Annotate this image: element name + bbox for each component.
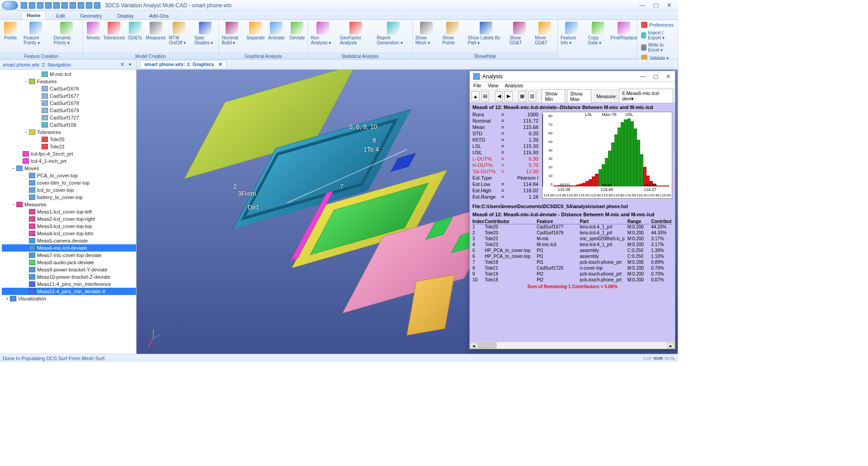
scroll-thumb[interactable] — [478, 342, 496, 348]
ribbon-btn[interactable]: Move GD&T — [532, 20, 557, 45]
ribbon-tab-add-ons[interactable]: Add-Ons — [145, 12, 173, 19]
analysis-minimize[interactable]: — — [640, 73, 646, 80]
ribbon-btn[interactable]: Measures — [146, 20, 166, 40]
contrib-row[interactable]: 2Tole20CadSurf1679lens-lcd-4_1_prtM:0.20… — [472, 230, 672, 236]
quick-icon[interactable] — [70, 2, 76, 9]
tree-item[interactable]: CadSurf1676 — [2, 85, 136, 92]
prev-measure-button[interactable]: ◀ — [495, 91, 503, 101]
quick-icon[interactable] — [78, 2, 84, 9]
tree-item[interactable]: −Moves — [2, 165, 136, 172]
ribbon-tab-display[interactable]: Display — [113, 12, 138, 19]
analysis-menu-analysis[interactable]: Analysis — [505, 83, 523, 89]
ribbon-btn[interactable]: GD&Ts — [125, 20, 146, 40]
quick-icon[interactable] — [94, 2, 100, 9]
ribbon-tab-home[interactable]: Home — [22, 11, 46, 19]
ribbon-tab-geometry[interactable]: Geometry — [76, 12, 107, 19]
ribbon-btn[interactable]: Show Mesh ▾ — [413, 20, 440, 45]
ribbon-btn[interactable]: Dynamic Points ▾ — [51, 20, 82, 45]
contrib-row[interactable]: 10Tole18Pt2pcb-touch-phone_prtM:0.2000.0… — [472, 277, 672, 283]
tree-item[interactable]: Meas5-camera-deviate — [2, 237, 136, 244]
analysis-close[interactable]: ✕ — [665, 73, 671, 80]
contrib-row[interactable]: 4Tole23M-mic-lcdlens-lcd-4_1_prtM:0.2003… — [472, 242, 672, 248]
opts-icon-1[interactable]: ▦ — [519, 91, 527, 101]
show-max-button[interactable]: Show Max — [567, 89, 591, 104]
tree-item[interactable]: CadSurf1677 — [2, 92, 136, 100]
quick-icon[interactable] — [45, 2, 52, 9]
tree-item[interactable]: Meas12-4_pins_min_deviate-X — [2, 288, 136, 295]
tree-item[interactable]: Meas1-lcd_cover-top-left — [2, 208, 136, 215]
quick-icon[interactable] — [21, 2, 27, 9]
maximize-button[interactable]: ▢ — [653, 2, 659, 9]
tree-item[interactable]: Meas6-mic-lcd-deviate — [2, 244, 136, 252]
contrib-row[interactable]: 7Tole19Pt1pcb-touch-phone_prtM:0.2000.89… — [472, 260, 672, 266]
tree-item[interactable]: CadSurf1727 — [2, 114, 136, 121]
tree-item[interactable]: +Visualization — [2, 295, 136, 302]
ribbon-btn[interactable]: Find/Replace — [610, 20, 637, 40]
analysis-hscroll[interactable]: ◂ ▸ — [470, 342, 675, 349]
tree-item[interactable]: lcd-4_1-inch_prt — [2, 157, 136, 165]
app-menu-orb[interactable] — [2, 1, 18, 10]
nav-panel-dropdown[interactable]: ▾ — [127, 62, 133, 67]
tree-item[interactable]: Tole23 — [2, 143, 136, 150]
ribbon-btn[interactable]: MTM On/Off ▾ — [166, 20, 192, 45]
analysis-menu-view[interactable]: View — [488, 83, 499, 89]
ribbon-btn[interactable]: Feature Points ▾ — [21, 20, 51, 45]
navigation-tree[interactable]: M-mic-lcd−FeaturesCadSurf1676CadSurf1677… — [0, 70, 136, 354]
ribbon-btn[interactable]: Write to Excel ▾ — [639, 42, 676, 53]
tree-item[interactable]: −Measures — [2, 201, 136, 208]
ribbon-btn[interactable]: Import / Export ▾ — [639, 29, 676, 41]
tree-item[interactable]: CadSurf109 — [2, 121, 136, 128]
tree-item[interactable]: Meas8-audio-jack-deviate — [2, 259, 136, 266]
analysis-titlebar[interactable]: Analysis — ▢ ✕ — [470, 71, 675, 82]
tree-item[interactable]: CadSurf1679 — [2, 107, 136, 114]
quick-icon[interactable] — [53, 2, 60, 9]
contrib-row[interactable]: 6HP_PCA_to_cover-topPt1assemblyC:0.2501.… — [472, 254, 672, 260]
ribbon-btn[interactable]: Show GD&T — [507, 20, 532, 45]
tree-item[interactable]: −Features — [2, 78, 136, 85]
ribbon-btn[interactable]: Spec Studies ▾ — [192, 20, 218, 45]
contrib-row[interactable]: 1Tole20CadSurf1677lens-lcd-4_1_prtM:0.20… — [472, 224, 672, 230]
contrib-row[interactable]: 5HP_PCA_to_cover-topPt1assemblyC:0.2501.… — [472, 248, 672, 254]
ribbon-btn[interactable]: Separate — [245, 20, 266, 40]
tree-item[interactable]: lcd_to_cover-top — [2, 186, 136, 194]
ribbon-tab-edit[interactable]: Edit — [52, 12, 70, 19]
ribbon-btn[interactable]: Moves — [83, 20, 104, 40]
ribbon-btn[interactable]: Nominal Build ▾ — [219, 20, 245, 45]
hist-icon[interactable]: ▲ — [472, 91, 480, 101]
tree-item[interactable]: M-mic-lcd — [2, 71, 136, 78]
ribbon-btn[interactable]: Feature Info ▾ — [558, 20, 585, 45]
ribbon-btn[interactable]: Points — [0, 20, 21, 40]
graphics-tab-close[interactable]: ✕ — [218, 62, 222, 67]
bar-icon[interactable]: ▤ — [481, 91, 490, 101]
tree-item[interactable]: CadSurf1678 — [2, 100, 136, 107]
axis-triad[interactable] — [145, 329, 163, 347]
graphics-tab[interactable]: smart phone.wtx: 1: Graphics ✕ — [140, 60, 226, 69]
tree-item[interactable]: Meas10-power-bracket-Z-deviate — [2, 273, 136, 281]
opts-icon-2[interactable]: ▥ — [528, 91, 536, 101]
contrib-row[interactable]: 3Tole22M-micmic_spm0208he5-b_pM:0.2003.1… — [472, 236, 672, 242]
contrib-row[interactable]: 9Tole19Pt2pcb-touch-phone_prtM:0.2000.70… — [472, 271, 672, 277]
close-button[interactable]: ✕ — [667, 2, 672, 9]
tree-item[interactable]: cover-btm_to_cover-top — [2, 179, 136, 186]
ribbon-btn[interactable]: Tolerances — [104, 20, 124, 40]
tree-item[interactable]: −Tolerances — [2, 128, 136, 136]
quick-icon[interactable] — [29, 2, 35, 9]
scroll-right[interactable]: ▸ — [667, 342, 675, 348]
measure-select[interactable]: 6 Meas6-mic-lcd-devi▾ — [619, 89, 673, 104]
analysis-maximize[interactable]: ▢ — [652, 73, 659, 80]
tree-item[interactable]: Meas3-lcd_cover-top-top — [2, 223, 136, 230]
tree-item[interactable]: Meas2-lcd_cover-top-right — [2, 215, 136, 223]
nav-panel-close[interactable]: ✕ — [120, 62, 124, 67]
quick-icon[interactable] — [37, 2, 43, 9]
next-measure-button[interactable]: ▶ — [505, 91, 513, 101]
show-min-button[interactable]: Show Min — [542, 89, 565, 104]
ribbon-btn[interactable]: Show Labels By Part ▾ — [465, 20, 507, 45]
tree-item[interactable]: Meas9-power-bracket-Y-deviate — [2, 266, 136, 273]
ribbon-btn[interactable]: Show Points — [440, 20, 465, 45]
ribbon-btn[interactable]: Copy Data ▾ — [585, 20, 611, 45]
ribbon-btn[interactable]: Preferences — [639, 21, 676, 29]
tree-item[interactable]: Meas7-mic-cover-top-deviate — [2, 252, 136, 259]
tree-item[interactable]: Tole20 — [2, 136, 136, 143]
tree-item[interactable]: Meas11-4_pins_min_interference — [2, 281, 136, 288]
ribbon-btn[interactable]: Animate — [266, 20, 287, 40]
